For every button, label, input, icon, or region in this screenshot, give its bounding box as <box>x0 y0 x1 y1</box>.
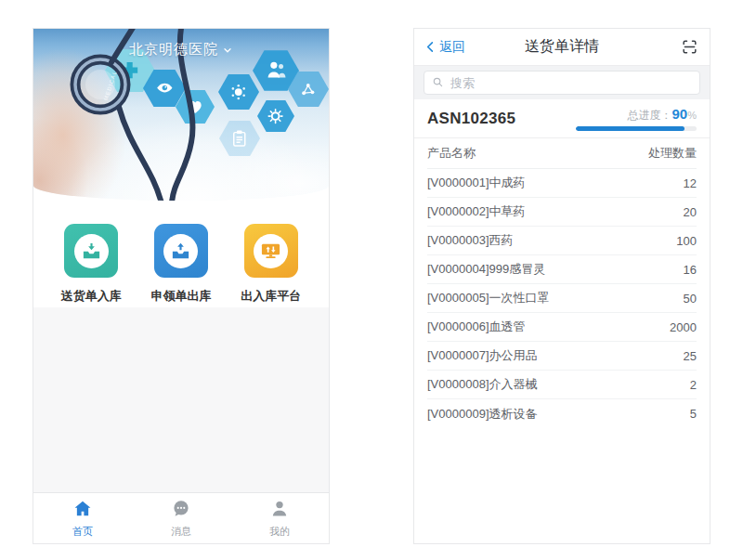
product-name: [V0000002]中草药 <box>427 203 526 220</box>
progress-bar-fill <box>576 126 684 131</box>
screenshot-canvas: MEDICAL 北京明德医院 送货单入库申领单出库出入库平台 首页消息我的 返回… <box>0 0 743 560</box>
platform-tile <box>244 224 298 278</box>
product-name: [V0000005]一次性口罩 <box>427 290 550 306</box>
asn-number: ASN102365 <box>427 110 515 128</box>
platform-icon <box>254 234 288 268</box>
home-icon <box>72 499 93 523</box>
product-name: [V0000004]999感冒灵 <box>427 261 545 278</box>
hospital-selector[interactable]: 北京明德医院 <box>33 41 329 59</box>
app-grid: 送货单入库申领单出库出入库平台 <box>33 201 329 307</box>
product-name: [V0000008]介入器械 <box>427 376 538 393</box>
product-qty: 2 <box>690 378 697 392</box>
column-qty-header: 处理数量 <box>648 145 697 162</box>
tab-label: 我的 <box>269 525 290 539</box>
tab-message[interactable]: 消息 <box>149 499 214 539</box>
hero-banner: MEDICAL 北京明德医院 <box>33 29 329 201</box>
progress-text: 总进度：90% <box>576 106 697 124</box>
delivery-detail-screen: 返回 送货单详情 ASN102365 总进度：90% <box>413 28 710 544</box>
person-icon <box>269 499 290 523</box>
nav-bar: 返回 送货单详情 <box>414 29 710 66</box>
tab-home[interactable]: 首页 <box>50 499 115 539</box>
scan-button[interactable] <box>681 38 698 56</box>
table-row[interactable]: [V0000004]999感冒灵16 <box>427 255 697 284</box>
product-qty: 2000 <box>670 320 697 334</box>
app-entry-inbox-in[interactable]: 送货单入库 <box>54 224 128 307</box>
table-row[interactable]: [V0000009]透析设备5 <box>427 399 697 428</box>
table-row[interactable]: [V0000005]一次性口罩50 <box>427 284 697 313</box>
home-screen: MEDICAL 北京明德医院 送货单入库申领单出库出入库平台 首页消息我的 <box>33 28 330 544</box>
inbox-out-tile <box>154 224 208 278</box>
product-name: [V0000006]血透管 <box>427 319 526 335</box>
progress-block: 总进度：90% <box>576 106 697 131</box>
table-row[interactable]: [V0000001]中成药12 <box>427 169 697 198</box>
table-row[interactable]: [V0000003]西药100 <box>427 227 697 255</box>
product-qty: 100 <box>676 234 697 248</box>
chevron-down-icon <box>222 45 233 56</box>
app-entry-platform[interactable]: 出入库平台 <box>234 224 308 307</box>
product-table: 产品名称 处理数量 [V0000001]中成药12[V0000002]中草药20… <box>414 138 710 428</box>
progress-value: 90 <box>672 106 688 122</box>
content-spacer <box>33 307 329 492</box>
product-name: [V0000003]西药 <box>427 232 514 249</box>
progress-bar-track <box>576 126 697 131</box>
table-row[interactable]: [V0000006]血透管2000 <box>427 313 697 342</box>
product-qty: 16 <box>684 263 697 277</box>
tab-label: 消息 <box>171 525 191 539</box>
scan-icon <box>681 38 698 56</box>
table-header: 产品名称 处理数量 <box>427 138 697 169</box>
app-entry-inbox-out[interactable]: 申领单出库 <box>144 224 218 307</box>
inbox-out-icon <box>163 234 198 268</box>
tab-person[interactable]: 我的 <box>247 499 312 539</box>
tab-bar: 首页消息我的 <box>33 492 329 543</box>
message-icon <box>171 499 191 523</box>
product-name: [V0000001]中成药 <box>427 175 526 191</box>
product-qty: 12 <box>684 176 697 190</box>
tab-label: 首页 <box>72 525 93 539</box>
product-qty: 5 <box>690 407 697 421</box>
product-qty: 50 <box>684 292 697 306</box>
table-row[interactable]: [V0000002]中草药20 <box>427 198 697 227</box>
back-label: 返回 <box>439 39 465 56</box>
table-row[interactable]: [V0000007]办公用品25 <box>427 342 697 371</box>
search-box <box>424 71 700 95</box>
table-row[interactable]: [V0000008]介入器械2 <box>427 371 697 399</box>
progress-label: 总进度： <box>628 109 672 122</box>
app-label: 出入库平台 <box>241 288 301 305</box>
app-label: 申领单出库 <box>150 288 211 305</box>
product-qty: 25 <box>684 349 697 363</box>
product-qty: 20 <box>684 205 697 219</box>
app-label: 送货单入库 <box>61 288 122 305</box>
hospital-name: 北京明德医院 <box>129 41 218 59</box>
back-button[interactable]: 返回 <box>424 39 465 56</box>
product-name: [V0000007]办公用品 <box>427 347 538 364</box>
inbox-in-icon <box>74 234 109 268</box>
search-input[interactable] <box>424 71 700 95</box>
inbox-in-tile <box>64 224 118 278</box>
chevron-left-icon <box>424 40 437 54</box>
search-icon <box>431 75 445 89</box>
column-name-header: 产品名称 <box>427 145 476 162</box>
progress-unit: % <box>687 110 697 121</box>
search-strip <box>414 66 710 99</box>
asn-summary-row: ASN102365 总进度：90% <box>414 99 710 138</box>
product-name: [V0000009]透析设备 <box>427 406 538 423</box>
